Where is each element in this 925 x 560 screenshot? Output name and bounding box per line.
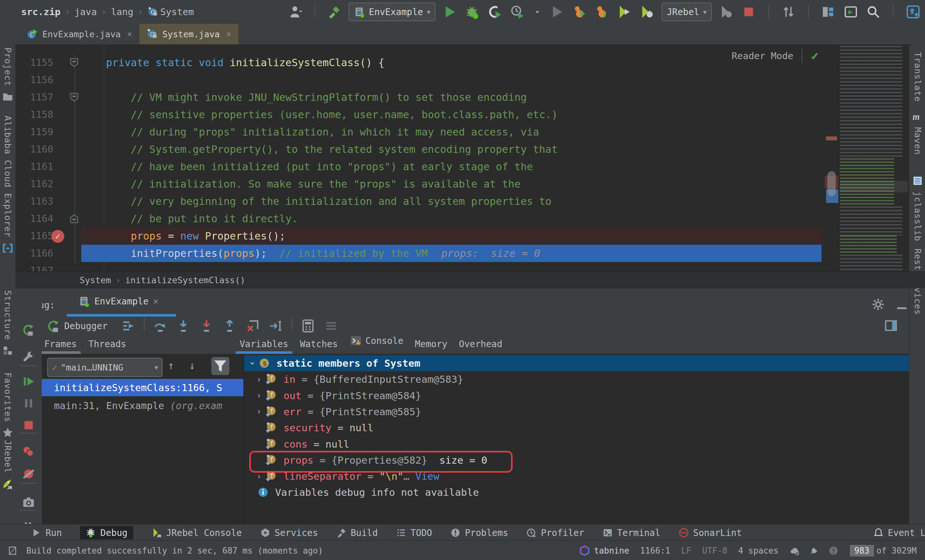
jrebel-debug-icon[interactable]	[640, 5, 655, 19]
chevron-collapsed-icon[interactable]: ›	[253, 390, 265, 401]
variable-row[interactable]: ›s static members of System	[244, 355, 909, 371]
minimize-icon[interactable]	[895, 297, 909, 312]
thread-selector-combo[interactable]: ✓ "main…UNNING ▼	[47, 358, 163, 377]
breadcrumb-item[interactable]: java	[74, 6, 97, 17]
line-number[interactable]: 1162	[15, 175, 53, 193]
debug-tab-watches[interactable]: Watches	[294, 339, 343, 354]
debug-tab-frames[interactable]: Frames	[39, 339, 83, 354]
variable-row[interactable]: Variables debug info not available	[244, 484, 909, 500]
line-number[interactable]: 1165	[15, 227, 53, 245]
line-number[interactable]: 1158	[15, 106, 53, 123]
search-everywhere-icon[interactable]	[866, 5, 881, 19]
gear-icon[interactable]	[871, 297, 885, 312]
stripe-button-alibaba-cloud-explorer[interactable]: Alibaba Cloud Explorer	[0, 116, 15, 254]
toolwindow-button-terminal[interactable]: Terminal	[602, 527, 660, 538]
breadcrumb[interactable]: src.zip›java›lang›CSystem	[21, 6, 194, 17]
stripe-button-maven[interactable]: mMaven	[910, 110, 925, 155]
stripe-button-translate[interactable]: Translate	[910, 52, 925, 102]
code-line-1167[interactable]: 1167	[15, 262, 909, 271]
show-execution-point-icon[interactable]	[121, 319, 136, 333]
toolwindow-button-sonarlint[interactable]: SonarLint	[678, 527, 742, 538]
editor-tab-System.java[interactable]: CSystem.java×	[139, 24, 238, 44]
debug-settings-icon[interactable]	[21, 350, 36, 364]
rerun-debug-icon[interactable]	[46, 319, 61, 333]
inspections-ok-icon[interactable]: ✓✓	[811, 49, 819, 63]
rerun-debug-icon[interactable]	[21, 323, 36, 337]
error-stripe[interactable]	[825, 44, 838, 271]
minimize-icon[interactable]	[895, 297, 909, 312]
run-config-combo[interactable]: EnvExample ▼	[348, 3, 435, 21]
breadcrumb-item[interactable]: System	[160, 6, 194, 17]
code-editor[interactable]: 1155private static void initializeSystem…	[15, 44, 909, 271]
coverage-icon[interactable]	[488, 5, 502, 19]
code-line-1163[interactable]: 1163 // very beginning of the initializa…	[15, 193, 909, 210]
reader-mode-widget[interactable]: Reader Mode ✓✓	[732, 49, 819, 63]
line-number[interactable]: 1156	[15, 71, 53, 89]
memory-indicator[interactable]: 983 of 3029M	[850, 545, 920, 557]
evaluate-expression-icon[interactable]	[301, 319, 315, 333]
close-icon[interactable]: ×	[153, 296, 159, 307]
code-line-1162[interactable]: 1162 // initialization. So make sure the…	[15, 175, 909, 193]
line-number[interactable]: 1155	[15, 54, 53, 71]
close-icon[interactable]: ×	[226, 29, 231, 39]
event-log-button[interactable]: Event Log	[873, 527, 925, 538]
frame-row[interactable]: initializeSystemClass:1166, S	[42, 379, 244, 396]
build-hammer-icon[interactable]	[327, 5, 341, 19]
filter-icon[interactable]	[211, 357, 229, 375]
code-line-1156[interactable]: 1156	[15, 71, 909, 89]
variable-row-security[interactable]: f security = null	[244, 420, 909, 436]
chevron-expanded-icon[interactable]: ›	[247, 357, 258, 369]
run-to-cursor-icon[interactable]	[268, 319, 283, 333]
thread-dump-icon[interactable]	[21, 495, 36, 509]
attach-profiler-snapshot-icon[interactable]	[595, 5, 610, 19]
breakpoint-icon[interactable]: ✓	[51, 230, 64, 243]
error-stripe-mark[interactable]	[826, 137, 837, 140]
breadcrumb-method[interactable]: initializeSystemClass()	[125, 275, 246, 285]
layout-settings-icon[interactable]	[884, 319, 898, 333]
toolwindow-button-build[interactable]: Build	[336, 527, 378, 538]
modules-icon[interactable]	[821, 5, 836, 19]
toolwindow-button-services[interactable]: Services	[260, 527, 318, 538]
code-line-1159[interactable]: 1159 // during "props" initialization, i…	[15, 123, 909, 141]
stripe-button-favorites[interactable]: Favorites	[0, 372, 15, 439]
resume-icon[interactable]	[21, 375, 36, 388]
updown-icon[interactable]	[781, 5, 796, 19]
dropdown-icon[interactable]	[533, 7, 542, 17]
gear-icon[interactable]	[871, 297, 885, 312]
status-message[interactable]: Build completed successfully in 2 sec, 6…	[26, 546, 323, 555]
plug-icon[interactable]	[809, 545, 820, 556]
drop-frame-icon[interactable]	[246, 319, 260, 333]
warning-circle-icon[interactable]	[828, 545, 839, 556]
force-step-into-icon[interactable]	[199, 319, 214, 333]
line-number[interactable]: 1167	[15, 262, 53, 271]
code-line-1164[interactable]: 1164 // be put into it directly.	[15, 210, 909, 227]
editor-tab-EnvExample.java[interactable]: CEnvExample.java×	[19, 24, 139, 44]
code-minimap[interactable]	[840, 46, 908, 271]
chevron-collapsed-icon[interactable]: ›	[253, 374, 265, 385]
code-line-1157[interactable]: 1157 // VM might invoke JNU_NewStringPla…	[15, 89, 909, 106]
variable-row-cons[interactable]: f cons = null	[244, 436, 909, 452]
breadcrumb-item[interactable]: src.zip	[21, 6, 60, 17]
code-line-1160[interactable]: 1160 // System.getProperty(), to the rel…	[15, 141, 909, 158]
file-encoding[interactable]: UTF-8	[702, 546, 727, 555]
debug-run-icon[interactable]	[465, 5, 480, 19]
stop-process-icon[interactable]	[21, 418, 36, 432]
indent-setting[interactable]: 4 spaces	[738, 546, 779, 555]
scrollbar-thumb[interactable]	[827, 171, 836, 196]
stop-icon[interactable]	[741, 5, 756, 19]
code-line-1161[interactable]: 1161 // have been initialized (put into …	[15, 158, 909, 175]
tabnine-widget[interactable]: tabnine	[579, 545, 629, 556]
line-number[interactable]: 1161	[15, 158, 53, 175]
code-line-1158[interactable]: 1158 // sensitive properties (user.home,…	[15, 106, 909, 123]
close-icon[interactable]: ×	[127, 29, 132, 39]
code-line-1166[interactable]: 1166 initProperties(props); // initializ…	[15, 245, 909, 262]
toolwindow-button-problems[interactable]: Problems	[450, 527, 508, 538]
profile-icon[interactable]	[510, 5, 525, 19]
next-frame-icon[interactable]: ↓	[189, 359, 195, 372]
line-number[interactable]: 1164	[15, 210, 53, 227]
toolwindow-button-profiler[interactable]: Profiler	[526, 527, 584, 538]
variable-row-err[interactable]: ›f err = {PrintStream@585}	[244, 403, 909, 420]
toolwindow-button-jrebel-console[interactable]: JRJRebel Console	[151, 527, 242, 538]
line-number[interactable]: 1160	[15, 141, 53, 158]
toolwindow-button-run[interactable]: Run	[31, 527, 62, 538]
